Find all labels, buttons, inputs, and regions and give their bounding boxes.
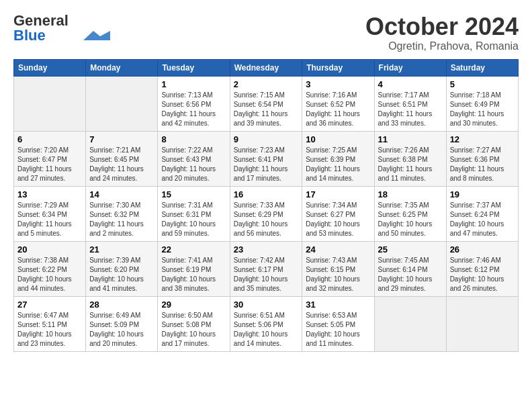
day-info: Sunrise: 7:45 AM Sunset: 6:14 PM Dayligh… bbox=[378, 256, 443, 293]
calendar-cell: 16Sunrise: 7:33 AM Sunset: 6:29 PM Dayli… bbox=[230, 186, 302, 241]
day-number: 15 bbox=[161, 189, 226, 199]
calendar-cell: 10Sunrise: 7:25 AM Sunset: 6:39 PM Dayli… bbox=[302, 131, 374, 186]
calendar-cell: 7Sunrise: 7:21 AM Sunset: 6:45 PM Daylig… bbox=[86, 131, 158, 186]
weekday-header: Sunday bbox=[14, 59, 86, 76]
day-info: Sunrise: 7:41 AM Sunset: 6:19 PM Dayligh… bbox=[161, 256, 226, 293]
calendar-cell bbox=[374, 296, 446, 351]
calendar-cell: 24Sunrise: 7:43 AM Sunset: 6:15 PM Dayli… bbox=[302, 241, 374, 296]
day-number: 9 bbox=[234, 134, 299, 144]
logo: General Blue bbox=[13, 13, 110, 43]
calendar-cell: 14Sunrise: 7:30 AM Sunset: 6:32 PM Dayli… bbox=[86, 186, 158, 241]
calendar-week-row: 20Sunrise: 7:38 AM Sunset: 6:22 PM Dayli… bbox=[14, 241, 519, 296]
day-number: 20 bbox=[17, 244, 82, 255]
day-info: Sunrise: 6:51 AM Sunset: 5:06 PM Dayligh… bbox=[234, 311, 299, 349]
calendar-cell: 4Sunrise: 7:17 AM Sunset: 6:51 PM Daylig… bbox=[374, 76, 446, 131]
calendar-cell: 5Sunrise: 7:18 AM Sunset: 6:49 PM Daylig… bbox=[446, 76, 518, 131]
calendar-cell: 3Sunrise: 7:16 AM Sunset: 6:52 PM Daylig… bbox=[302, 76, 374, 131]
day-number: 17 bbox=[306, 189, 370, 199]
day-number: 1 bbox=[161, 79, 226, 89]
day-info: Sunrise: 6:50 AM Sunset: 5:08 PM Dayligh… bbox=[161, 311, 226, 349]
day-number: 28 bbox=[89, 300, 154, 310]
day-number: 13 bbox=[17, 189, 82, 199]
day-number: 7 bbox=[89, 134, 154, 144]
day-number: 4 bbox=[378, 79, 443, 89]
day-info: Sunrise: 7:31 AM Sunset: 6:31 PM Dayligh… bbox=[161, 201, 226, 238]
calendar-cell: 12Sunrise: 7:27 AM Sunset: 6:36 PM Dayli… bbox=[446, 131, 518, 186]
page-header: General Blue October 2024 Ogretin, Praho… bbox=[13, 13, 519, 52]
day-number: 6 bbox=[17, 134, 82, 144]
day-info: Sunrise: 7:21 AM Sunset: 6:45 PM Dayligh… bbox=[89, 146, 154, 183]
day-number: 16 bbox=[234, 189, 299, 199]
day-number: 31 bbox=[306, 300, 370, 310]
calendar-cell: 25Sunrise: 7:45 AM Sunset: 6:14 PM Dayli… bbox=[374, 241, 446, 296]
weekday-header: Wednesday bbox=[230, 59, 302, 76]
day-info: Sunrise: 7:38 AM Sunset: 6:22 PM Dayligh… bbox=[17, 256, 82, 293]
day-info: Sunrise: 7:13 AM Sunset: 6:56 PM Dayligh… bbox=[161, 91, 226, 128]
svg-marker-0 bbox=[83, 31, 110, 40]
day-info: Sunrise: 7:30 AM Sunset: 6:32 PM Dayligh… bbox=[89, 201, 154, 238]
day-number: 21 bbox=[89, 244, 154, 255]
day-number: 24 bbox=[306, 244, 370, 255]
weekday-header-row: SundayMondayTuesdayWednesdayThursdayFrid… bbox=[14, 59, 519, 76]
day-info: Sunrise: 7:27 AM Sunset: 6:36 PM Dayligh… bbox=[450, 146, 515, 183]
month-title: October 2024 bbox=[365, 13, 519, 40]
calendar-cell: 30Sunrise: 6:51 AM Sunset: 5:06 PM Dayli… bbox=[230, 296, 302, 351]
day-number: 23 bbox=[234, 244, 299, 255]
day-info: Sunrise: 7:18 AM Sunset: 6:49 PM Dayligh… bbox=[450, 91, 515, 128]
day-info: Sunrise: 6:47 AM Sunset: 5:11 PM Dayligh… bbox=[17, 311, 82, 349]
day-number: 11 bbox=[378, 134, 443, 144]
calendar-cell: 2Sunrise: 7:15 AM Sunset: 6:54 PM Daylig… bbox=[230, 76, 302, 131]
calendar-cell: 29Sunrise: 6:50 AM Sunset: 5:08 PM Dayli… bbox=[158, 296, 230, 351]
calendar-cell: 11Sunrise: 7:26 AM Sunset: 6:38 PM Dayli… bbox=[374, 131, 446, 186]
calendar-cell: 18Sunrise: 7:35 AM Sunset: 6:25 PM Dayli… bbox=[374, 186, 446, 241]
title-area: October 2024 Ogretin, Prahova, Romania bbox=[365, 13, 519, 52]
calendar-cell: 13Sunrise: 7:29 AM Sunset: 6:34 PM Dayli… bbox=[14, 186, 86, 241]
calendar-cell: 26Sunrise: 7:46 AM Sunset: 6:12 PM Dayli… bbox=[446, 241, 518, 296]
day-number: 19 bbox=[450, 189, 515, 199]
weekday-header: Monday bbox=[86, 59, 158, 76]
day-info: Sunrise: 7:22 AM Sunset: 6:43 PM Dayligh… bbox=[161, 146, 226, 183]
calendar-week-row: 27Sunrise: 6:47 AM Sunset: 5:11 PM Dayli… bbox=[14, 296, 519, 351]
day-number: 5 bbox=[450, 79, 515, 89]
day-number: 22 bbox=[161, 244, 226, 255]
weekday-header: Thursday bbox=[302, 59, 374, 76]
day-info: Sunrise: 6:53 AM Sunset: 5:05 PM Dayligh… bbox=[306, 311, 370, 349]
calendar-cell bbox=[14, 76, 86, 131]
calendar-cell: 15Sunrise: 7:31 AM Sunset: 6:31 PM Dayli… bbox=[158, 186, 230, 241]
weekday-header: Tuesday bbox=[158, 59, 230, 76]
calendar-cell bbox=[446, 296, 518, 351]
day-number: 27 bbox=[17, 300, 82, 310]
day-info: Sunrise: 7:29 AM Sunset: 6:34 PM Dayligh… bbox=[17, 201, 82, 238]
day-number: 30 bbox=[234, 300, 299, 310]
calendar-cell: 23Sunrise: 7:42 AM Sunset: 6:17 PM Dayli… bbox=[230, 241, 302, 296]
calendar-week-row: 13Sunrise: 7:29 AM Sunset: 6:34 PM Dayli… bbox=[14, 186, 519, 241]
calendar-cell: 6Sunrise: 7:20 AM Sunset: 6:47 PM Daylig… bbox=[14, 131, 86, 186]
calendar-cell: 27Sunrise: 6:47 AM Sunset: 5:11 PM Dayli… bbox=[14, 296, 86, 351]
day-number: 25 bbox=[378, 244, 443, 255]
day-number: 18 bbox=[378, 189, 443, 199]
day-info: Sunrise: 7:33 AM Sunset: 6:29 PM Dayligh… bbox=[234, 201, 299, 238]
day-info: Sunrise: 7:17 AM Sunset: 6:51 PM Dayligh… bbox=[378, 91, 443, 128]
location-title: Ogretin, Prahova, Romania bbox=[365, 40, 519, 52]
calendar-cell: 19Sunrise: 7:37 AM Sunset: 6:24 PM Dayli… bbox=[446, 186, 518, 241]
calendar-cell: 20Sunrise: 7:38 AM Sunset: 6:22 PM Dayli… bbox=[14, 241, 86, 296]
day-number: 12 bbox=[450, 134, 515, 144]
day-info: Sunrise: 7:26 AM Sunset: 6:38 PM Dayligh… bbox=[378, 146, 443, 183]
day-info: Sunrise: 7:15 AM Sunset: 6:54 PM Dayligh… bbox=[234, 91, 299, 128]
calendar-cell: 21Sunrise: 7:39 AM Sunset: 6:20 PM Dayli… bbox=[86, 241, 158, 296]
calendar-cell bbox=[86, 76, 158, 131]
calendar-cell: 28Sunrise: 6:49 AM Sunset: 5:09 PM Dayli… bbox=[86, 296, 158, 351]
weekday-header: Saturday bbox=[446, 59, 518, 76]
calendar-table: SundayMondayTuesdayWednesdayThursdayFrid… bbox=[13, 59, 519, 352]
day-info: Sunrise: 7:25 AM Sunset: 6:39 PM Dayligh… bbox=[306, 146, 370, 183]
day-info: Sunrise: 7:16 AM Sunset: 6:52 PM Dayligh… bbox=[306, 91, 370, 128]
calendar-cell: 17Sunrise: 7:34 AM Sunset: 6:27 PM Dayli… bbox=[302, 186, 374, 241]
day-info: Sunrise: 7:35 AM Sunset: 6:25 PM Dayligh… bbox=[378, 201, 443, 238]
day-info: Sunrise: 7:39 AM Sunset: 6:20 PM Dayligh… bbox=[89, 256, 154, 293]
day-number: 10 bbox=[306, 134, 370, 144]
calendar-cell: 31Sunrise: 6:53 AM Sunset: 5:05 PM Dayli… bbox=[302, 296, 374, 351]
weekday-header: Friday bbox=[374, 59, 446, 76]
day-number: 2 bbox=[234, 79, 299, 89]
logo-blue: Blue bbox=[13, 27, 46, 44]
calendar-week-row: 1Sunrise: 7:13 AM Sunset: 6:56 PM Daylig… bbox=[14, 76, 519, 131]
